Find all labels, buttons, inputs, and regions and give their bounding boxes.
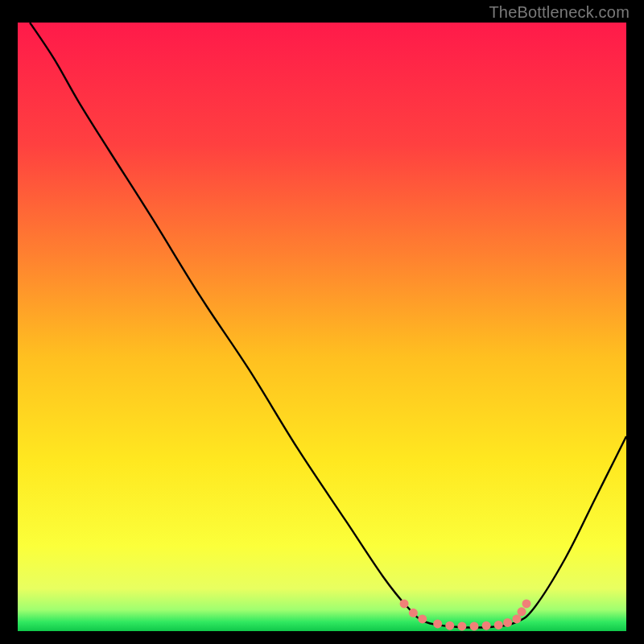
chart-container bbox=[18, 23, 626, 631]
marker-dot bbox=[512, 614, 521, 623]
marker-dot bbox=[433, 619, 442, 628]
marker-dot bbox=[400, 599, 409, 608]
marker-dot bbox=[522, 599, 531, 608]
marker-dot bbox=[445, 621, 454, 630]
marker-dot bbox=[517, 607, 526, 616]
marker-dot bbox=[457, 621, 466, 630]
attribution-text: TheBottleneck.com bbox=[489, 3, 630, 22]
bottleneck-chart bbox=[18, 23, 626, 631]
marker-dot bbox=[470, 621, 479, 630]
gradient-background bbox=[18, 23, 626, 631]
marker-dot bbox=[409, 609, 418, 617]
marker-dot bbox=[418, 614, 427, 623]
marker-dot bbox=[494, 621, 503, 630]
marker-dot bbox=[482, 621, 491, 630]
marker-dot bbox=[503, 618, 512, 627]
